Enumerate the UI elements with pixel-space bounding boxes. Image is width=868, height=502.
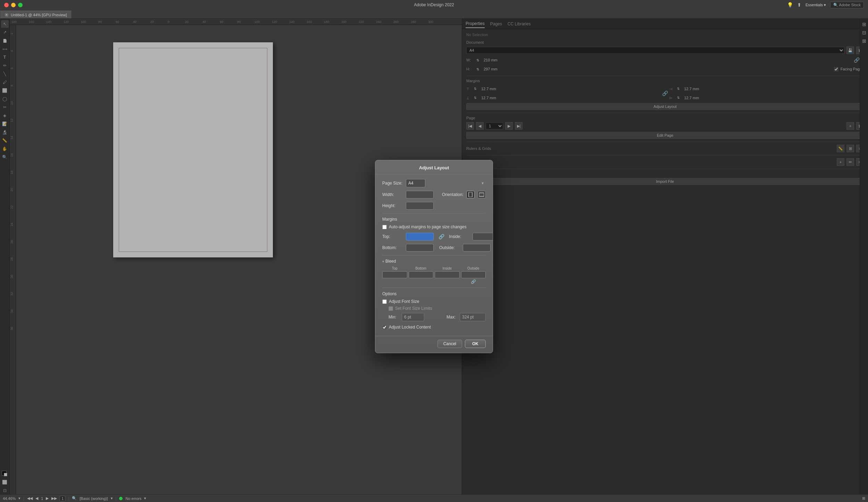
dialog-footer: Cancel OK <box>375 336 493 353</box>
status-dropdown[interactable]: ▾ <box>144 496 146 501</box>
page-field[interactable]: 1 <box>60 496 65 501</box>
auto-adjust-label: Auto-adjust margins to page size changes <box>389 224 466 229</box>
traffic-lights <box>4 3 23 7</box>
adjust-locked-checkbox[interactable] <box>382 325 387 330</box>
bottom-label: Bottom: <box>382 245 403 250</box>
bleed-header: ▾ Bleed <box>382 259 486 264</box>
outside-label: Outside: <box>439 245 460 250</box>
width-field[interactable]: 210 mm <box>406 191 434 198</box>
landscape-button[interactable] <box>477 191 486 198</box>
adjust-font-checkbox[interactable] <box>382 299 387 304</box>
bleed-top-field[interactable]: 0 mm <box>382 271 407 278</box>
sep-2 <box>382 255 486 255</box>
bleed-title: Bleed <box>385 259 396 264</box>
margins-section-title: Margins <box>382 217 486 222</box>
orientation-label: Orientation: <box>439 192 464 197</box>
search-input[interactable]: 🔍 Adobe Stock <box>830 2 864 8</box>
layout-icon[interactable]: ⊞ <box>862 496 865 501</box>
bleed-collapse-icon[interactable]: ▾ <box>382 259 384 263</box>
min-font-select[interactable]: 6 pt <box>402 313 424 321</box>
zoom-dropdown[interactable]: ▾ <box>18 496 20 501</box>
current-page: 1 <box>41 496 43 501</box>
statusbar: 44.46% ▾ | ◀◀ ◀ 1 ▶ ▶▶ 1 | 🔍 [Basic (wor… <box>0 494 868 502</box>
bleed-grid: Top 0 mm Bottom 0 mm Inside 0 mm Outside… <box>382 266 486 284</box>
style-label: [Basic (working)] <box>80 496 108 501</box>
bleed-top-label: Top <box>382 266 407 270</box>
adjust-layout-dialog: Adjust Layout Page Size: A4 A3 Letter Cu… <box>375 160 493 353</box>
page-size-select-wrap: A4 A3 Letter Custom <box>406 179 486 187</box>
essentials-label[interactable]: Essentials ▾ <box>806 3 826 7</box>
next-spread-btn[interactable]: ▶ <box>46 496 49 501</box>
status-dot <box>119 497 123 500</box>
min-label: Min: <box>389 315 399 320</box>
auto-adjust-row: Auto-adjust margins to page size changes <box>382 224 486 229</box>
cancel-button[interactable]: Cancel <box>437 340 462 348</box>
bleed-lock-icon[interactable]: 🔗 <box>461 279 486 284</box>
bleed-inside-field[interactable]: 0 mm <box>435 271 460 278</box>
tab-close-icon[interactable]: ✕ <box>5 13 9 17</box>
document-tab[interactable]: ✕ Untitled-1 @ 44% [GPU Preview] <box>0 11 72 18</box>
bleed-outside-field[interactable]: 0 mm <box>461 271 486 278</box>
font-size-range-row: Min: 6 pt Max: 324 pt <box>389 313 486 321</box>
tabbar: ✕ Untitled-1 @ 44% [GPU Preview] <box>0 10 868 19</box>
style-dropdown[interactable]: ▾ <box>111 496 113 501</box>
page-size-label: Page Size: <box>382 181 403 186</box>
bleed-outside-col: Outside 0 mm 🔗 <box>461 266 486 284</box>
bleed-outside-label: Outside <box>461 266 486 270</box>
svg-rect-46 <box>469 192 472 197</box>
status-text: No errors <box>125 496 141 501</box>
dialog-body: Page Size: A4 A3 Letter Custom Width: 21… <box>375 174 493 336</box>
set-font-limits-label: Set Font Size Limits <box>395 306 432 311</box>
share-icon[interactable]: ⬆ <box>797 2 801 8</box>
app-title: Adobe InDesign 2022 <box>414 2 454 7</box>
outside-field[interactable]: 12.7 mm <box>463 244 491 252</box>
set-font-limits-checkbox[interactable] <box>389 306 393 311</box>
next-page-btn[interactable]: ▶▶ <box>51 496 57 501</box>
page-size-row: Page Size: A4 A3 Letter Custom <box>382 179 486 187</box>
options-title: Options <box>382 291 486 296</box>
max-font-select[interactable]: 324 pt <box>460 313 486 321</box>
close-button[interactable] <box>4 3 9 7</box>
set-font-limits-row: Set Font Size Limits <box>389 306 486 311</box>
help-icon[interactable]: 💡 <box>787 2 793 8</box>
adjust-font-row: Adjust Font Size <box>382 299 486 304</box>
bottom-outside-row: Bottom: 12.7 mm Outside: 12.7 mm <box>382 244 486 252</box>
portrait-button[interactable] <box>466 191 475 198</box>
maximize-button[interactable] <box>18 3 23 7</box>
dialog-title: Adjust Layout <box>375 160 493 174</box>
height-row: Height: 297 mm <box>382 202 486 210</box>
auto-adjust-checkbox[interactable] <box>382 225 387 229</box>
inside-field[interactable]: 12.7 mm <box>473 233 493 240</box>
zoom-level: 44.46% <box>3 496 16 501</box>
width-spin: 210 mm <box>406 191 434 198</box>
height-field[interactable]: 297 mm <box>406 202 434 210</box>
width-label: Width: <box>382 192 403 197</box>
bottom-field[interactable]: 12.7 mm <box>406 244 434 252</box>
top-label: Top: <box>382 234 403 239</box>
bleed-inside-col: Inside 0 mm <box>435 266 460 284</box>
minimize-button[interactable] <box>11 3 16 7</box>
title-right-icons: 💡 ⬆ Essentials ▾ 🔍 Adobe Stock <box>787 2 864 8</box>
top-field[interactable]: 12 mm <box>406 233 434 240</box>
sep-3 <box>382 288 486 288</box>
modal-overlay: Adjust Layout Page Size: A4 A3 Letter Cu… <box>0 19 868 494</box>
page-size-select[interactable]: A4 A3 Letter Custom <box>406 179 425 187</box>
bleed-inside-label: Inside <box>435 266 460 270</box>
adjust-locked-row: Adjust Locked Content <box>382 325 486 330</box>
margin-lock-icon[interactable]: 🔗 <box>439 234 444 239</box>
width-orientation-row: Width: 210 mm Orientation: <box>382 191 486 198</box>
inside-label: Inside: <box>449 234 470 239</box>
height-label: Height: <box>382 203 403 208</box>
preflight-icon[interactable]: 🔍 <box>72 496 77 501</box>
ok-button[interactable]: OK <box>465 340 486 348</box>
bleed-top-col: Top 0 mm <box>382 266 407 284</box>
prev-spread-btn[interactable]: ◀ <box>35 496 38 501</box>
titlebar: Adobe InDesign 2022 💡 ⬆ Essentials ▾ 🔍 A… <box>0 0 868 10</box>
tab-label: Untitled-1 @ 44% [GPU Preview] <box>11 13 67 17</box>
adjust-font-label: Adjust Font Size <box>389 299 419 304</box>
max-label: Max: <box>446 315 457 320</box>
bleed-bottom-field[interactable]: 0 mm <box>409 271 434 278</box>
top-inside-row: Top: 12 mm 🔗 Inside: 12.7 mm <box>382 233 486 240</box>
sep-1 <box>382 213 486 213</box>
prev-page-btn[interactable]: ◀◀ <box>27 496 33 501</box>
